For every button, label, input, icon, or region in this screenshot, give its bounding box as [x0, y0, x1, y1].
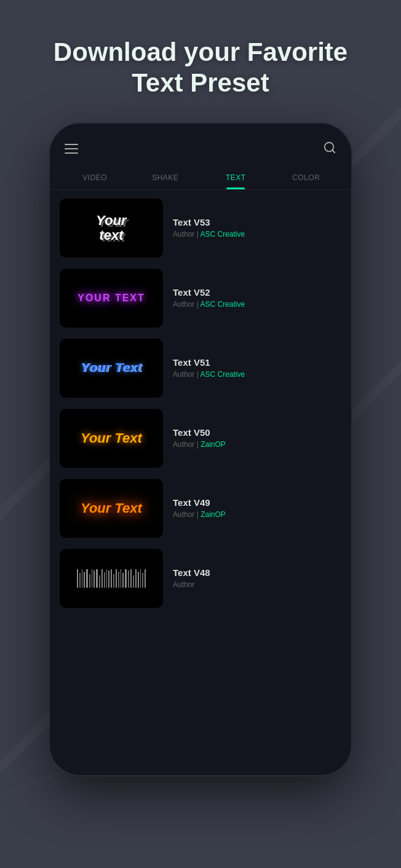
tab-color[interactable]: COLOR — [271, 167, 342, 189]
thumb-text-v53: Yourtext — [96, 213, 126, 243]
app-header — [50, 124, 351, 167]
preset-item-v52[interactable]: YOUR TEXT Text V52 Author | ASC Creative — [60, 266, 341, 330]
preset-name-v48: Text V48 — [173, 567, 341, 578]
preset-info-v50: Text V50 Author | ZainOP — [173, 427, 341, 449]
thumb-text-v52: YOUR TEXT — [77, 293, 145, 304]
menu-icon[interactable] — [65, 144, 78, 154]
search-icon[interactable] — [323, 141, 336, 157]
preset-thumbnail-v53: Yourtext — [60, 199, 163, 258]
hero-title: Download your Favorite Text Preset — [0, 37, 401, 99]
preset-item-v49[interactable]: Your Text Text V49 Author | ZainOP — [60, 476, 341, 540]
preset-name-v50: Text V50 — [173, 427, 341, 438]
tab-bar: VIDEO SHAKE TEXT COLOR — [50, 167, 351, 190]
preset-thumbnail-v49: Your Text — [60, 479, 163, 538]
phone-frame: VIDEO SHAKE TEXT COLOR Yourtext Text V53… — [50, 124, 351, 775]
tab-shake[interactable]: SHAKE — [130, 167, 201, 189]
preset-name-v52: Text V52 — [173, 287, 341, 298]
page-wrapper: Download your Favorite Text Preset — [0, 0, 401, 868]
preset-info-v49: Text V49 Author | ZainOP — [173, 497, 341, 519]
preset-thumbnail-v51: Your Text — [60, 339, 163, 398]
preset-name-v53: Text V53 — [173, 217, 341, 227]
preset-author-v52: Author | ASC Creative — [173, 300, 341, 309]
preset-author-v53: Author | ASC Creative — [173, 230, 341, 239]
preset-item-v53[interactable]: Yourtext Text V53 Author | ASC Creative — [60, 196, 341, 260]
preset-name-v49: Text V49 — [173, 497, 341, 508]
preset-list: Yourtext Text V53 Author | ASC Creative … — [50, 190, 351, 775]
preset-author-v50: Author | ZainOP — [173, 440, 341, 449]
thumb-text-v49: Your Text — [81, 500, 142, 516]
preset-author-v48: Author — [173, 580, 341, 589]
tab-text[interactable]: TEXT — [200, 167, 271, 189]
preset-item-v48[interactable]: Text V48 Author — [60, 546, 341, 610]
preset-thumbnail-v50: Your Text — [60, 409, 163, 468]
preset-thumbnail-v48 — [60, 549, 163, 608]
svg-line-1 — [332, 150, 335, 152]
preset-item-v50[interactable]: Your Text Text V50 Author | ZainOP — [60, 406, 341, 470]
preset-info-v51: Text V51 Author | ASC Creative — [173, 357, 341, 379]
preset-author-v49: Author | ZainOP — [173, 510, 341, 519]
preset-info-v48: Text V48 Author — [173, 567, 341, 589]
thumb-text-v50: Your Text — [81, 430, 142, 446]
preset-name-v51: Text V51 — [173, 357, 341, 368]
thumb-text-v51: Your Text — [81, 361, 142, 375]
preset-info-v52: Text V52 Author | ASC Creative — [173, 287, 341, 309]
phone-screen: VIDEO SHAKE TEXT COLOR Yourtext Text V53… — [50, 124, 351, 775]
thumb-barcode-v48 — [77, 569, 146, 588]
preset-info-v53: Text V53 Author | ASC Creative — [173, 217, 341, 239]
tab-video[interactable]: VIDEO — [60, 167, 130, 189]
preset-item-v51[interactable]: Your Text Text V51 Author | ASC Creative — [60, 336, 341, 400]
preset-author-v51: Author | ASC Creative — [173, 370, 341, 379]
preset-thumbnail-v52: YOUR TEXT — [60, 269, 163, 328]
